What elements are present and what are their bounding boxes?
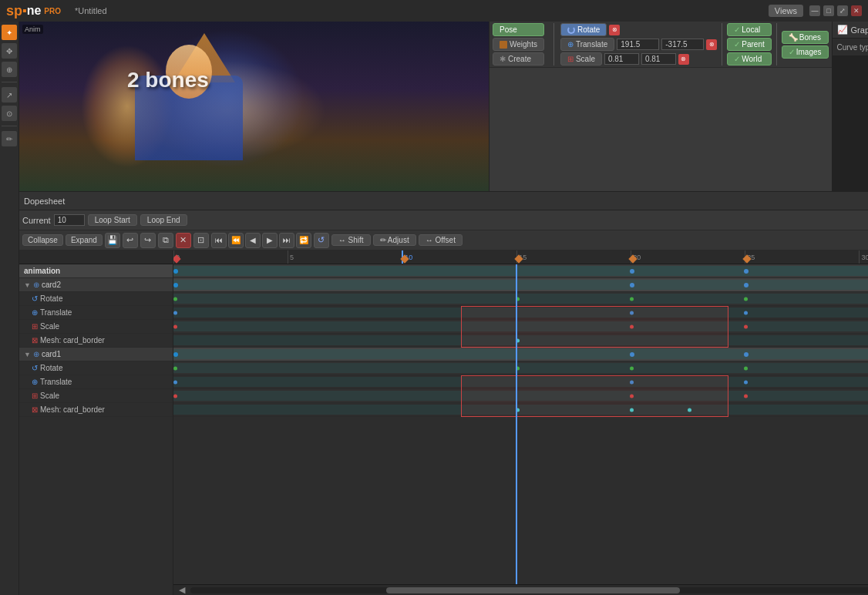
anim-kf-2 [630, 269, 634, 274]
cursor-tool[interactable]: ⊙ [2, 106, 17, 121]
translate-x-input[interactable] [617, 39, 659, 50]
kf-orange-0 [173, 254, 181, 263]
scale-label-1: Scale [40, 322, 59, 331]
ds-loop-btn[interactable]: ↺ [314, 233, 329, 248]
play-btn[interactable]: ▶ [262, 233, 278, 248]
pan-tool[interactable]: ✥ [2, 43, 17, 59]
card2-kf-2 [630, 283, 634, 287]
scroll-thumb[interactable] [386, 587, 680, 593]
loop-start-button[interactable]: Loop Start [88, 214, 137, 226]
zoom-tool[interactable]: ⊕ [2, 62, 17, 77]
scale2-kf-1 [173, 394, 177, 398]
track-card1[interactable]: ▼ ⊕ card1 [19, 348, 173, 361]
rotate-button[interactable]: Rotate [560, 23, 607, 36]
create-button[interactable]: ✱Create [493, 52, 544, 66]
images-button[interactable]: ✓Images [782, 45, 829, 59]
translate1-track [173, 306, 868, 320]
scale-icon-2: ⊞ [32, 392, 38, 400]
dopesheet-header: Dopesheet ⋮ [19, 192, 868, 210]
skip-start-btn[interactable]: ⏮ [211, 233, 227, 248]
scale-label-2: Scale [40, 392, 59, 400]
title-bar: sp▪ne PRO *Untitled Views — □ ⤢ ✕ [0, 0, 868, 22]
translate-label-2: Translate [40, 378, 72, 386]
rotate-icon-2: ↺ [32, 364, 38, 372]
maximize-button[interactable]: ⤢ [837, 5, 848, 16]
scroll-track[interactable] [190, 587, 868, 593]
edit-tool[interactable]: ✏ [2, 131, 17, 146]
local-button[interactable]: ✓Local [727, 23, 771, 36]
anim-kf-3 [744, 269, 749, 274]
card2-kf-3 [744, 283, 749, 287]
world-button[interactable]: ✓World [727, 52, 771, 66]
card1-header-bar [173, 349, 868, 359]
bones-button[interactable]: 🦴Bones [782, 31, 829, 44]
mesh1-track [173, 334, 868, 348]
card2-kf-1 [173, 283, 178, 287]
rotate2-kf-1 [173, 366, 177, 370]
current-value-input[interactable] [54, 214, 85, 226]
tracks-container[interactable] [173, 264, 868, 584]
translate-y-input[interactable] [661, 39, 704, 50]
rotate2-kf-4 [744, 366, 748, 370]
card1-track-label: card1 [42, 350, 61, 358]
current-label: Current [22, 216, 51, 225]
expand-button[interactable]: Expand [66, 234, 103, 246]
restore-button[interactable]: □ [823, 5, 834, 16]
track-translate-2: ⊕ Translate [19, 375, 173, 389]
rotate-handle[interactable]: ⊗ [609, 25, 620, 35]
ds-undo-btn[interactable]: ↩ [123, 233, 138, 248]
card2-track-dot: ⊕ [33, 281, 39, 289]
ds-paste-btn[interactable]: ⊡ [193, 233, 209, 248]
scale-row: ⊞Scale ⊗ [560, 52, 717, 66]
pro-badge: PRO [44, 7, 61, 15]
rotate-label-1: Rotate [40, 294, 62, 303]
bones-group: 🦴Bones ✓Images [782, 31, 829, 59]
draw-tool[interactable]: ↗ [2, 87, 17, 103]
prev-btn[interactable]: ◀ [245, 233, 261, 248]
select-tool[interactable]: ✦ [2, 25, 17, 40]
curve-type-label: Curve type: [837, 43, 868, 52]
skip-end-btn[interactable]: ⏭ [279, 233, 294, 248]
timeline-scrollbar[interactable]: ◀ ▶ 🔍 [173, 584, 868, 595]
adjust-button[interactable]: ✏ Adjust [373, 234, 416, 246]
parent-button[interactable]: ✓Parent [727, 38, 771, 51]
mesh2-kf-3 [688, 408, 691, 412]
collapse-button[interactable]: Collapse [22, 234, 63, 246]
kf-orange-4 [742, 254, 751, 263]
prev-frame-btn[interactable]: ⏪ [228, 233, 244, 248]
rotate2-bar [173, 363, 868, 373]
translate-button[interactable]: ⊕Translate [560, 38, 614, 51]
transform-group: Rotate ⊗ ⊕Translate ⊗ ⊞Scale [560, 23, 717, 66]
mesh-label-1: Mesh: card_border [40, 336, 105, 345]
weights-button[interactable]: Weights [493, 38, 544, 51]
loop-btn[interactable]: 🔁 [296, 233, 311, 248]
views-button[interactable]: Views [769, 5, 803, 17]
viewport-canvas[interactable]: 2 bones Anim [19, 22, 489, 191]
scale2-kf-3 [744, 394, 748, 398]
toolbar-divider [553, 23, 554, 66]
scroll-left-btn[interactable]: ◀ [177, 585, 187, 596]
translate1-kf-2 [630, 311, 634, 314]
ds-redo-btn[interactable]: ↪ [140, 233, 156, 248]
scale-handle[interactable]: ⊗ [678, 54, 689, 65]
rotate-icon-1: ↺ [32, 294, 38, 303]
shift-button[interactable]: ↔ Shift [331, 234, 371, 246]
offset-button[interactable]: ↔ Offset [419, 234, 463, 246]
translate-handle[interactable]: ⊗ [706, 39, 717, 50]
graph-canvas[interactable] [833, 56, 868, 191]
ds-delete-btn[interactable]: ✕ [176, 233, 191, 248]
minimize-button[interactable]: — [809, 5, 820, 16]
scale-y-input[interactable] [641, 53, 676, 65]
card1-track-dot: ⊕ [33, 350, 39, 358]
close-button[interactable]: ✕ [851, 5, 862, 16]
pose-button[interactable]: Pose [493, 23, 544, 36]
loop-end-button[interactable]: Loop End [140, 214, 187, 226]
scale-button[interactable]: ⊞Scale [560, 52, 602, 66]
ds-copy-btn[interactable]: ⧉ [158, 233, 173, 248]
scale-icon-1: ⊞ [32, 322, 38, 331]
scale-x-input[interactable] [604, 53, 639, 65]
track-card2[interactable]: ▼ ⊕ card2 [19, 278, 173, 292]
translate1-bar [173, 308, 868, 318]
top-panels: 2 bones Anim Pose Weights ✱Create [19, 22, 868, 191]
ds-save-btn[interactable]: 💾 [105, 233, 120, 248]
